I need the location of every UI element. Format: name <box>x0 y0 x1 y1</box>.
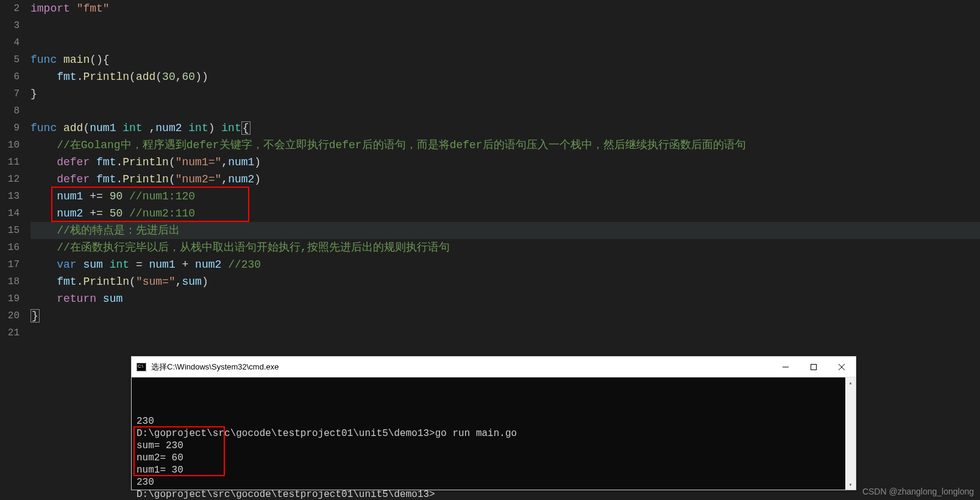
line-number: 9 <box>0 120 20 137</box>
code-line[interactable] <box>30 102 980 120</box>
line-number: 16 <box>0 239 20 256</box>
maximize-button[interactable] <box>800 357 828 377</box>
terminal-window[interactable]: 选择C:\Windows\System32\cmd.exe 230D:\gopr… <box>131 356 856 490</box>
code-editor[interactable]: 23456789101112131415161718192021 import … <box>0 0 980 341</box>
terminal-line: sum= 230 <box>137 440 840 452</box>
code-line[interactable]: var sum int = num1 + num2 //230 <box>30 256 980 273</box>
terminal-line: num1= 30 <box>137 464 840 476</box>
line-number-gutter: 23456789101112131415161718192021 <box>0 0 30 341</box>
code-line[interactable]: num2 += 50 //num2:110 <box>30 205 980 222</box>
code-line[interactable] <box>30 324 980 341</box>
line-number: 7 <box>0 85 20 102</box>
code-line[interactable]: fmt.Println(add(30,60)) <box>30 68 980 85</box>
svg-rect-1 <box>811 364 817 370</box>
line-number: 3 <box>0 17 20 34</box>
terminal-titlebar[interactable]: 选择C:\Windows\System32\cmd.exe <box>132 357 856 377</box>
code-line[interactable]: //栈的特点是：先进后出 <box>30 222 980 239</box>
code-line[interactable]: num1 += 90 //num1:120 <box>30 188 980 205</box>
watermark-text: CSDN @zhanglong_longlong <box>862 487 974 496</box>
code-line[interactable] <box>30 34 980 51</box>
terminal-body-wrap: 230D:\goproject\src\gocode\testproject01… <box>132 377 856 490</box>
code-line[interactable] <box>30 17 980 34</box>
line-number: 15 <box>0 222 20 239</box>
line-number: 2 <box>0 0 20 17</box>
line-number: 10 <box>0 137 20 154</box>
cmd-icon <box>137 363 146 371</box>
terminal-line: 230 <box>137 415 840 427</box>
line-number: 8 <box>0 102 20 120</box>
line-number: 21 <box>0 324 20 341</box>
line-number: 13 <box>0 188 20 205</box>
line-number: 18 <box>0 273 20 290</box>
code-line[interactable]: func add(num1 int ,num2 int) int{ <box>30 120 980 137</box>
code-line[interactable]: } <box>30 85 980 102</box>
line-number: 17 <box>0 256 20 273</box>
terminal-body[interactable]: 230D:\goproject\src\gocode\testproject01… <box>132 377 845 490</box>
line-number: 20 <box>0 307 20 324</box>
scroll-up-icon[interactable]: ▴ <box>845 377 856 388</box>
code-line[interactable]: } <box>30 307 980 324</box>
code-line[interactable]: import "fmt" <box>30 0 980 17</box>
line-number: 4 <box>0 34 20 51</box>
code-line[interactable]: fmt.Println("sum=",sum) <box>30 273 980 290</box>
line-number: 12 <box>0 171 20 188</box>
line-number: 14 <box>0 205 20 222</box>
code-line[interactable]: //在函数执行完毕以后，从栈中取出语句开始执行,按照先进后出的规则执行语句 <box>30 239 980 256</box>
minimize-button[interactable] <box>772 357 800 377</box>
line-number: 5 <box>0 51 20 68</box>
code-line[interactable]: defer fmt.Println("num1=",num1) <box>30 154 980 171</box>
code-area[interactable]: import "fmt"func main(){ fmt.Println(add… <box>30 0 980 341</box>
code-line[interactable]: return sum <box>30 290 980 307</box>
terminal-line: D:\goproject\src\gocode\testproject01\un… <box>137 427 840 440</box>
line-number: 11 <box>0 154 20 171</box>
code-line[interactable]: //在Golang中，程序遇到defer关键字，不会立即执行defer后的语句，… <box>30 137 980 154</box>
terminal-title: 选择C:\Windows\System32\cmd.exe <box>151 362 772 373</box>
terminal-scrollbar[interactable]: ▴ ▾ <box>845 377 856 490</box>
scroll-down-icon[interactable]: ▾ <box>845 479 856 490</box>
code-line[interactable]: func main(){ <box>30 51 980 68</box>
terminal-line: num2= 60 <box>137 452 840 464</box>
terminal-line: D:\goproject\src\gocode\testproject01\un… <box>137 488 840 500</box>
close-button[interactable] <box>828 357 856 377</box>
terminal-line: 230 <box>137 476 840 488</box>
line-number: 6 <box>0 68 20 85</box>
line-number: 19 <box>0 290 20 307</box>
code-line[interactable]: defer fmt.Println("num2=",num2) <box>30 171 980 188</box>
window-controls <box>772 357 856 377</box>
